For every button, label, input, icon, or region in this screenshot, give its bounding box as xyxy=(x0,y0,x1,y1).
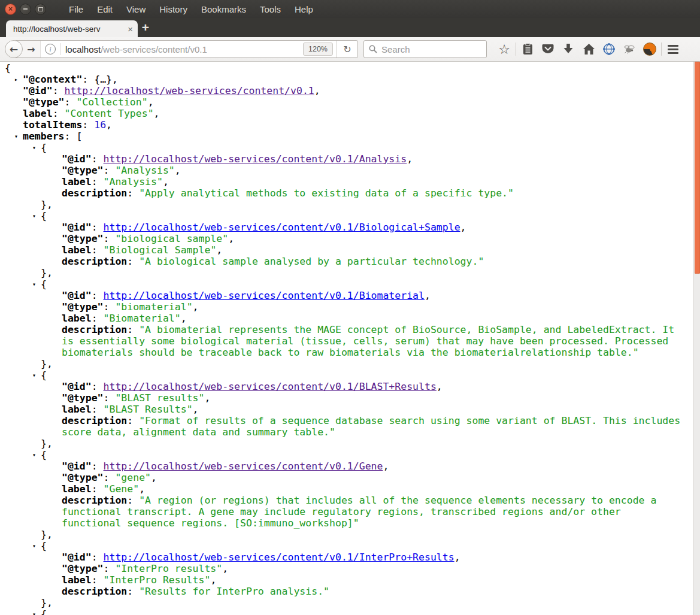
member-type-row: "@type"gene xyxy=(5,472,683,483)
json-collapsed-value[interactable]: {…} xyxy=(94,74,112,85)
collapse-toggle-expanded[interactable]: ▾ xyxy=(32,608,41,615)
json-key: "@type" xyxy=(62,563,104,574)
collapse-toggle-expanded[interactable]: ▾ xyxy=(14,131,23,142)
json-string-value: A biomaterial represents the MAGE concep… xyxy=(62,324,674,358)
reload-button[interactable]: ↻ xyxy=(337,41,357,57)
json-string-value: Analysis xyxy=(104,176,163,187)
menu-bar: File Edit View History Bookmarks Tools H… xyxy=(69,4,313,14)
member-id-link[interactable]: http://localhost/web-services/content/v0… xyxy=(104,461,383,472)
collapse-toggle-expanded[interactable]: ▾ xyxy=(32,142,41,153)
collapse-toggle-collapsed[interactable]: ▸ xyxy=(14,74,23,85)
back-arrow-icon: ← xyxy=(10,43,18,55)
url-path: /web-services/content/v0.1 xyxy=(101,44,207,54)
json-key: "@id" xyxy=(62,153,92,165)
downloads-button[interactable] xyxy=(558,40,578,58)
plus-icon: + xyxy=(142,20,149,35)
bookmarks-menu-button[interactable] xyxy=(517,40,538,58)
member-label-row: labelBiological Sample xyxy=(5,244,683,256)
member-id-link[interactable]: http://localhost/web-services/content/v0… xyxy=(104,381,437,392)
json-key: label xyxy=(23,108,53,119)
json-members-row: ▾members[ xyxy=(5,131,700,142)
json-totalitems-row: totalItems16 xyxy=(5,119,700,131)
window-minimize-button[interactable] xyxy=(20,4,31,15)
menu-item-file[interactable]: File xyxy=(69,4,83,14)
member-type-row: "@type"Analysis xyxy=(5,165,683,176)
json-string-value: InterPro Results xyxy=(104,574,211,586)
member-id-link[interactable]: http://localhost/web-services/content/v0… xyxy=(104,222,460,233)
member-open-row: ▾{ xyxy=(5,142,700,153)
menu-item-history[interactable]: History xyxy=(159,4,187,14)
json-member: ▾{ "@id"http://localhost/web-services/co… xyxy=(5,278,700,369)
clipboard-icon xyxy=(523,43,533,55)
collapse-toggle-expanded[interactable]: ▾ xyxy=(32,278,41,290)
json-string-value: InterPro results xyxy=(115,563,222,574)
json-key: label xyxy=(62,244,92,256)
window-close-button[interactable]: × xyxy=(5,4,16,15)
pocket-button[interactable] xyxy=(538,40,558,58)
menu-item-view[interactable]: View xyxy=(126,4,146,14)
member-id-row: "@id"http://localhost/web-services/conte… xyxy=(5,381,683,392)
globe-extension-button[interactable] xyxy=(599,40,619,58)
collapse-toggle-expanded[interactable]: ▾ xyxy=(32,449,41,461)
fly-extension-button[interactable] xyxy=(619,40,640,58)
json-key: "@id" xyxy=(62,381,92,392)
window-maximize-button[interactable] xyxy=(35,4,46,15)
json-key: description xyxy=(62,187,127,199)
member-close-row: }, xyxy=(5,597,700,608)
menu-item-tools[interactable]: Tools xyxy=(260,4,281,14)
orange-circle-icon xyxy=(643,43,656,56)
member-type-row: "@type"biological sample xyxy=(5,233,683,244)
vertical-scrollbar[interactable] xyxy=(693,62,700,615)
menu-item-edit[interactable]: Edit xyxy=(97,4,113,14)
json-string-value: BLAST Results xyxy=(104,404,193,415)
tab-close-icon[interactable]: × xyxy=(128,24,133,34)
member-close-row: }, xyxy=(5,267,700,278)
json-id-link[interactable]: http://localhost/web-services/content/v0… xyxy=(65,85,314,96)
json-key: "@type" xyxy=(62,392,104,404)
url-input[interactable]: localhost/web-services/content/v0.1 xyxy=(65,44,303,54)
json-number-value: 16 xyxy=(94,119,106,131)
reload-icon: ↻ xyxy=(343,44,351,55)
menu-item-help[interactable]: Help xyxy=(295,4,313,14)
member-id-link[interactable]: http://localhost/web-services/content/v0… xyxy=(104,552,454,563)
json-key: "@type" xyxy=(23,96,65,108)
json-key: "@id" xyxy=(62,461,92,472)
collapse-toggle-expanded[interactable]: ▾ xyxy=(32,369,41,381)
json-key: label xyxy=(62,313,92,324)
member-id-link[interactable]: http://localhost/web-services/content/v0… xyxy=(104,153,407,165)
json-context-row: ▸"@context"{…} xyxy=(5,74,700,85)
json-key: label xyxy=(62,176,92,187)
zoom-level-badge[interactable]: 120% xyxy=(303,43,333,56)
json-key: description xyxy=(62,495,127,506)
member-id-link[interactable]: http://localhost/web-services/content/v0… xyxy=(104,290,425,301)
json-string-value: Biomaterial xyxy=(104,313,181,324)
app-menu-button[interactable] xyxy=(663,40,683,58)
maximize-icon xyxy=(38,7,43,11)
page-info-icon[interactable]: i xyxy=(45,44,56,54)
tab-active[interactable]: http://localhost/web-serv × xyxy=(6,20,138,37)
member-close-row: }, xyxy=(5,438,700,449)
json-member-partial: ▾{ xyxy=(5,608,700,615)
home-button[interactable] xyxy=(578,40,599,58)
menu-item-bookmarks[interactable]: Bookmarks xyxy=(201,4,246,14)
json-string-value: biological sample xyxy=(115,233,228,244)
member-id-row: "@id"http://localhost/web-services/conte… xyxy=(5,290,683,301)
bookmark-star-button[interactable]: ☆ xyxy=(494,40,514,58)
url-bar[interactable]: → i localhost/web-services/content/v0.1 … xyxy=(14,40,358,58)
back-button[interactable]: ← xyxy=(5,40,23,58)
new-tab-button[interactable]: + xyxy=(137,20,154,35)
collapse-toggle-expanded[interactable]: ▾ xyxy=(32,210,41,222)
orange-extension-button[interactable] xyxy=(640,40,660,58)
member-id-row: "@id"http://localhost/web-services/conte… xyxy=(5,552,683,563)
json-key: description xyxy=(62,324,127,335)
collapse-toggle-expanded[interactable]: ▾ xyxy=(32,540,41,552)
json-string-value: biomaterial xyxy=(115,301,192,313)
member-open-row: ▾{ xyxy=(5,369,700,381)
json-string-value: Analysis xyxy=(115,165,174,176)
member-id-row: "@id"http://localhost/web-services/conte… xyxy=(5,153,683,165)
search-input[interactable]: Search xyxy=(363,40,487,58)
json-key: members xyxy=(23,131,65,142)
member-open-row: ▾{ xyxy=(5,449,700,461)
json-member: ▾{ "@id"http://localhost/web-services/co… xyxy=(5,369,700,449)
scrollbar-thumb[interactable] xyxy=(695,62,700,274)
